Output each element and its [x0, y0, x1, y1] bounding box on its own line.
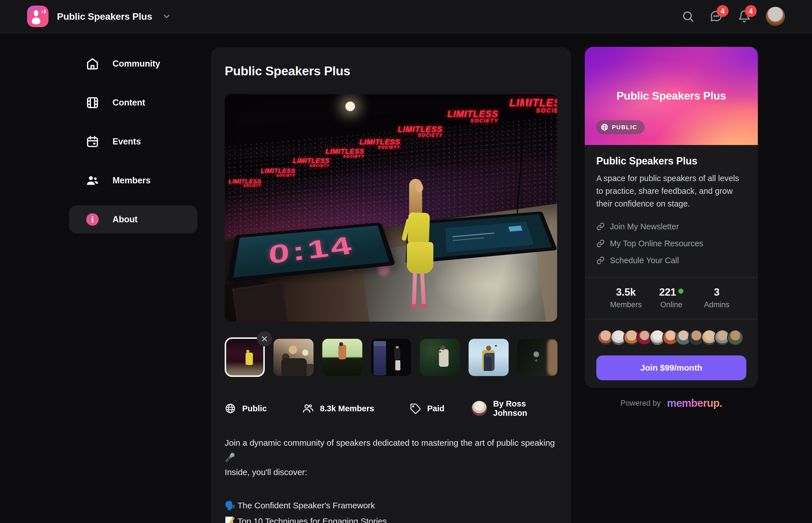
- sidebar-item-events[interactable]: Events: [69, 127, 197, 156]
- calendar-icon: [86, 135, 99, 148]
- spotlight: [345, 102, 355, 111]
- app: Public Speakers Plus 4 4 Community: [0, 0, 812, 523]
- powered-by: Powered by memberup.: [585, 397, 758, 409]
- community-switcher[interactable]: Public Speakers Plus: [27, 6, 171, 27]
- sidebar-label: About: [113, 214, 137, 224]
- thumbnail-outdoor-speaker[interactable]: [420, 339, 460, 376]
- people-icon: [302, 402, 314, 414]
- sidebar: Community Content Events Members i About: [69, 50, 197, 234]
- sidebar-item-about[interactable]: i About: [69, 205, 197, 234]
- pricing-meta: Paid: [410, 399, 445, 417]
- hero-image[interactable]: LIMITLESSSOCIETY LIMITLESSSOCIETY LIMITL…: [225, 94, 557, 322]
- sidebar-item-members[interactable]: Members: [69, 166, 197, 195]
- stat-online: 221 Online: [653, 286, 690, 309]
- member-avatar: [727, 329, 743, 346]
- header-actions: 4 4: [681, 7, 785, 26]
- tag-icon: [410, 403, 421, 414]
- description-bullet: 📝 Top 10 Techniques for Engaging Stories: [225, 513, 558, 523]
- home-icon: [86, 57, 99, 70]
- stage-glow: [428, 251, 546, 319]
- community-description: Join a dynamic community of speakers ded…: [225, 436, 558, 523]
- notifications-button[interactable]: 4: [738, 10, 751, 23]
- thumbnail-patterned-shirt-speaker[interactable]: [469, 339, 509, 376]
- online-dot: [678, 289, 683, 294]
- search-button[interactable]: [681, 10, 695, 23]
- members-meta: 8.3k Members: [302, 399, 374, 417]
- globe-icon: [225, 403, 236, 414]
- messages-badge: 4: [717, 5, 729, 17]
- sidebar-label: Events: [113, 137, 141, 147]
- close-icon[interactable]: [257, 331, 272, 346]
- speaker-figure: [399, 177, 444, 298]
- speaker-person-icon: [34, 10, 38, 16]
- sidebar-label: Content: [113, 97, 145, 108]
- banner-title: Public Speakers Plus: [585, 90, 758, 102]
- top-bar: Public Speakers Plus 4 4: [0, 0, 812, 33]
- author-meta: By Ross Johnson: [472, 399, 557, 417]
- thumbnail-microphone-closeup[interactable]: [517, 339, 558, 376]
- globe-icon: [601, 123, 608, 131]
- arena-sign: LIMITLESSSOCIETY: [509, 98, 557, 113]
- community-stats: 3.5k Members 221 Online 3 Admins: [596, 278, 746, 309]
- link-icon: [596, 256, 605, 265]
- arena-sign: LIMITLESSSOCIETY: [448, 110, 498, 123]
- community-title: Public Speakers Plus: [57, 11, 152, 22]
- about-card: Public Speakers Plus LIMITLESSSOCIETY LI…: [211, 48, 571, 523]
- privacy-meta: Public: [225, 399, 267, 417]
- search-icon: [681, 10, 695, 23]
- sidebar-item-community[interactable]: Community: [69, 50, 197, 78]
- people-icon: [86, 174, 99, 187]
- film-icon: [86, 96, 99, 109]
- author-avatar: [472, 401, 487, 416]
- link-icon: [596, 222, 605, 231]
- sidebar-label: Community: [113, 59, 160, 69]
- stage-equipment: [232, 282, 288, 322]
- community-info-panel: Public Speakers Plus PUBLIC Public Speak…: [585, 47, 758, 387]
- sidebar-label: Members: [113, 176, 151, 186]
- divider: [585, 319, 758, 319]
- description-bullet: 🗣️ The Confident Speaker's Framework: [225, 498, 558, 513]
- thumbnail-banner-speaker[interactable]: [371, 339, 411, 376]
- info-icon: i: [86, 213, 99, 226]
- thumbnail-workshop-group[interactable]: [273, 339, 314, 376]
- link-icon: [596, 239, 605, 248]
- panel-description: A space for public speakers of all level…: [596, 172, 746, 210]
- description-paragraph: Inside, you'll discover:: [225, 465, 558, 480]
- chevron-down-icon[interactable]: [162, 12, 171, 21]
- description-paragraph: Join a dynamic community of speakers ded…: [225, 436, 558, 465]
- page-title: Public Speakers Plus: [225, 64, 557, 78]
- panel-body: Public Speakers Plus A space for public …: [585, 145, 758, 380]
- messages-button[interactable]: 4: [710, 10, 723, 23]
- community-logo[interactable]: [27, 6, 49, 27]
- notifications-badge: 4: [745, 5, 757, 17]
- community-banner: Public Speakers Plus PUBLIC: [585, 47, 758, 145]
- link-join-newsletter[interactable]: Join My Newsletter: [596, 220, 746, 233]
- privacy-badge: PUBLIC: [596, 120, 644, 134]
- gallery-thumbnails: [225, 337, 557, 377]
- link-top-resources[interactable]: My Top Online Resources: [596, 237, 746, 250]
- community-meta-row: Public 8.3k Members Paid By Ross Johnson: [225, 399, 557, 417]
- member-avatars: [596, 329, 746, 346]
- stat-members: 3.5k Members: [608, 286, 644, 309]
- link-schedule-call[interactable]: Schedule Your Call: [596, 254, 746, 267]
- sidebar-item-content[interactable]: Content: [69, 89, 197, 117]
- panel-title: Public Speakers Plus: [596, 155, 746, 167]
- timer-text: 0:14: [268, 231, 357, 270]
- join-button[interactable]: Join $99/month: [596, 356, 746, 380]
- memberup-logo[interactable]: memberup.: [667, 397, 722, 409]
- user-avatar[interactable]: [766, 7, 785, 26]
- stat-admins: 3 Admins: [698, 286, 735, 309]
- thumbnail-green-screen-speaker[interactable]: [322, 339, 362, 376]
- panel-links: Join My Newsletter My Top Online Resourc…: [596, 220, 746, 267]
